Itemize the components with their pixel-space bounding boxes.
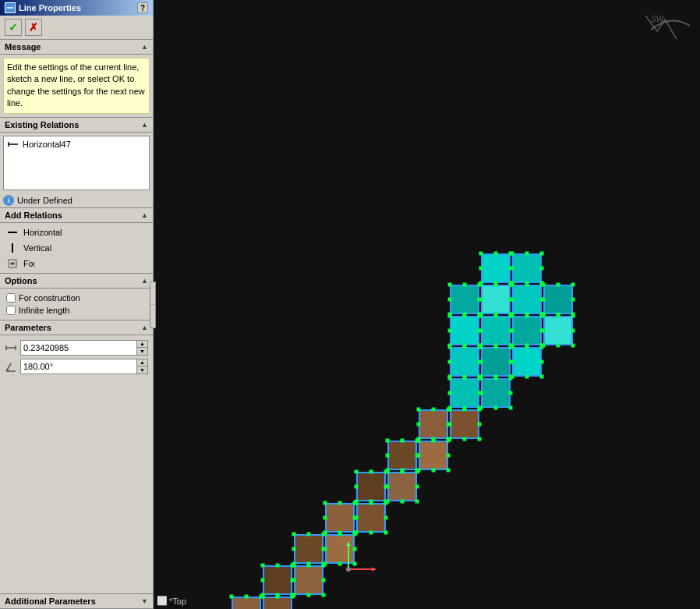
add-relations-content: Horizontal Vertical Fix	[0, 223, 153, 273]
viewport-canvas[interactable]	[154, 0, 700, 609]
options-label: Options	[5, 276, 37, 285]
additional-params-collapse-icon: ▼	[141, 597, 148, 605]
length-spin-up[interactable]: ▲	[137, 341, 147, 349]
length-spin-down[interactable]: ▼	[137, 348, 147, 355]
horizontal-relation-option[interactable]: Horizontal	[3, 225, 150, 240]
under-defined-status: i Under Defined	[0, 193, 153, 207]
panel-splitter[interactable]: ···	[150, 281, 156, 328]
vertical-relation-option[interactable]: Vertical	[3, 240, 150, 256]
infinite-length-label: Infinite length	[19, 306, 69, 315]
infinite-length-row: Infinite length	[6, 304, 147, 317]
title-icon	[5, 2, 16, 13]
message-content: Edit the settings of the current line, s…	[3, 58, 150, 114]
left-panel: Line Properties ? ✓ ✗ Message ▲ Edit the…	[0, 0, 154, 609]
options-collapse-icon: ▲	[141, 277, 148, 285]
for-construction-checkbox[interactable]	[6, 293, 16, 303]
additional-params-label: Additional Parameters	[5, 597, 96, 606]
params-content: ▲ ▼ ▲ ▼	[0, 335, 153, 379]
length-input-wrap: ▲ ▼	[20, 340, 148, 356]
ok-button[interactable]: ✓	[5, 19, 22, 36]
angle-input[interactable]	[21, 359, 136, 374]
length-input[interactable]	[21, 341, 136, 355]
existing-relations-label: Existing Relations	[5, 120, 79, 129]
vertical-icon	[6, 242, 19, 254]
existing-relations-header[interactable]: Existing Relations ▲	[0, 117, 153, 133]
svg-point-7	[11, 262, 14, 265]
add-relations-header[interactable]: Add Relations ▲	[0, 207, 153, 223]
angle-spin-down[interactable]: ▼	[137, 366, 147, 374]
panel-title: Line Properties	[19, 3, 81, 12]
parameters-label: Parameters	[5, 323, 51, 332]
options-header[interactable]: Options ▲	[0, 273, 153, 289]
title-bar: Line Properties ?	[0, 0, 153, 16]
horizontal-icon	[6, 226, 19, 239]
existing-relations-box: Horizontal47	[3, 136, 150, 190]
length-icon	[5, 342, 17, 354]
viewport[interactable]: SW ⬜ *Top	[154, 0, 700, 609]
horizontal-label: Horizontal	[23, 228, 62, 237]
xmark-icon: ✗	[29, 21, 38, 34]
view-icon: ⬜	[157, 596, 168, 606]
angle-icon	[5, 360, 17, 373]
message-header-label: Message	[5, 42, 41, 51]
vertical-label: Vertical	[23, 243, 51, 253]
viewport-label: ⬜ *Top	[157, 596, 186, 606]
relation-item[interactable]: Horizontal47	[4, 136, 149, 152]
message-header[interactable]: Message ▲	[0, 39, 153, 55]
for-construction-row: For construction	[6, 292, 147, 304]
horizontal-constraint-icon	[7, 138, 19, 150]
sw-logo: SW	[647, 6, 694, 45]
existing-relations-collapse-icon: ▲	[141, 121, 148, 129]
fix-label: Fix	[23, 259, 35, 268]
fix-relation-option[interactable]: Fix	[3, 256, 150, 271]
angle-input-wrap: ▲ ▼	[20, 359, 148, 374]
relation-label: Horizontal47	[23, 140, 71, 149]
angle-spin-up[interactable]: ▲	[137, 359, 147, 367]
angle-spinners: ▲ ▼	[136, 359, 147, 374]
fix-icon	[6, 257, 19, 270]
help-button[interactable]: ?	[137, 2, 148, 13]
length-spinners: ▲ ▼	[136, 341, 147, 355]
add-relations-label: Add Relations	[5, 211, 62, 220]
additional-params-header[interactable]: Additional Parameters ▼	[0, 593, 153, 609]
info-icon: i	[3, 195, 14, 206]
options-content: For construction Infinite length	[0, 289, 153, 320]
splitter-dots: ···	[150, 302, 156, 308]
view-name: *Top	[169, 597, 186, 606]
add-relations-collapse-icon: ▲	[141, 211, 148, 219]
svg-line-12	[6, 363, 11, 371]
cancel-button[interactable]: ✗	[25, 19, 42, 36]
under-defined-label: Under Defined	[17, 196, 72, 205]
parameters-collapse-icon: ▲	[141, 324, 148, 331]
infinite-length-checkbox[interactable]	[6, 306, 16, 315]
length-param-row: ▲ ▼	[5, 338, 148, 357]
message-collapse-icon: ▲	[141, 43, 148, 51]
ok-cancel-bar: ✓ ✗	[0, 16, 153, 39]
angle-param-row: ▲ ▼	[5, 357, 148, 376]
for-construction-label: For construction	[19, 293, 80, 303]
parameters-header[interactable]: Parameters ▲	[0, 320, 153, 335]
checkmark-icon: ✓	[9, 21, 18, 34]
